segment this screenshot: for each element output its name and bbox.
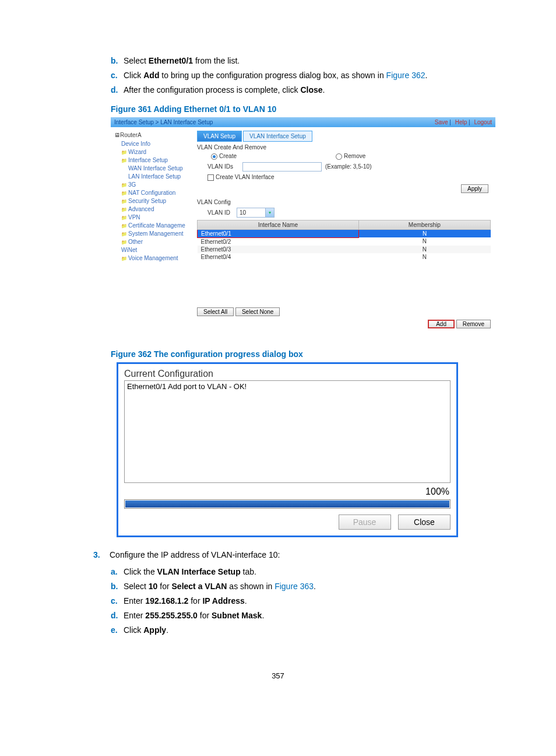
- progress-percent: 100%: [124, 487, 449, 497]
- vlanids-input[interactable]: [242, 162, 322, 172]
- figure-362: Current Configuration Ethernet0/1 Add po…: [117, 362, 458, 537]
- tab-vlan-interface-setup[interactable]: VLAN Interface Setup: [243, 131, 312, 142]
- vlanids-example: (Example: 3,5-10): [325, 163, 371, 170]
- dialog-log: Ethernet0/1 Add port to VLAN - OK!: [124, 380, 451, 483]
- nav-item[interactable]: Advanced: [121, 206, 193, 212]
- help-link[interactable]: Help: [455, 119, 467, 125]
- nav-item[interactable]: Certificate Manageme: [121, 222, 193, 229]
- section-vlan-config: VLAN Config: [197, 199, 491, 205]
- nav-item[interactable]: Security Setup: [121, 198, 193, 204]
- main-panel: VLAN Setup VLAN Interface Setup VLAN Cre…: [195, 127, 495, 333]
- nav-item[interactable]: Wizard: [121, 149, 193, 155]
- substep: d.After the configuration process is com…: [111, 84, 498, 96]
- substep: b.Select Ethernet0/1 from the list.: [111, 55, 498, 67]
- apply-button[interactable]: Apply: [461, 184, 488, 193]
- nav-item[interactable]: Voice Management: [121, 255, 193, 261]
- pause-button[interactable]: Pause: [339, 514, 391, 530]
- nav-item[interactable]: NAT Configuration: [121, 190, 193, 196]
- page-number: 357: [58, 671, 498, 680]
- substep: c.Click Add to bring up the configuratio…: [111, 69, 498, 82]
- chevron-down-icon: ▾: [265, 208, 274, 217]
- substeps-bottom: a.Click the VLAN Interface Setup tab.b.S…: [58, 566, 498, 636]
- col-membership: Membership: [358, 220, 490, 229]
- nav-item[interactable]: 3G: [121, 181, 193, 188]
- create-vlan-interface-checkbox[interactable]: Create VLAN Interface: [207, 174, 275, 181]
- table-row[interactable]: Ethernet0/2N: [198, 237, 491, 246]
- table-row[interactable]: Ethernet0/3N: [198, 246, 491, 253]
- tab-vlan-setup[interactable]: VLAN Setup: [197, 131, 242, 142]
- tabs: VLAN Setup VLAN Interface Setup: [197, 131, 491, 142]
- top-links: Save | Help | Logout: [432, 119, 492, 125]
- substep: a.Click the VLAN Interface Setup tab.: [111, 566, 498, 578]
- step-3: 3. Configure the IP address of VLAN-inte…: [93, 549, 498, 561]
- vlanids-label: VLAN IDs: [207, 163, 242, 170]
- save-link[interactable]: Save: [435, 119, 448, 125]
- substep: e.Click Apply.: [111, 624, 498, 636]
- progress-bar: [124, 499, 451, 509]
- section-create-remove: VLAN Create And Remove: [197, 144, 491, 150]
- select-all-button[interactable]: Select All: [197, 307, 234, 316]
- table-row[interactable]: Ethernet0/1N: [198, 229, 491, 237]
- vlanid-label: VLAN ID: [207, 209, 237, 216]
- nav-item[interactable]: LAN Interface Setup: [128, 173, 193, 180]
- nav-tree: 🖥RouterA Device InfoWizardInterface Setu…: [111, 127, 195, 333]
- select-none-button[interactable]: Select None: [235, 307, 280, 316]
- page: b.Select Ethernet0/1 from the list.c.Cli…: [0, 0, 556, 704]
- logout-link[interactable]: Logout: [474, 119, 492, 125]
- radio-remove[interactable]: Remove: [336, 153, 365, 160]
- dialog-title: Current Configuration: [124, 369, 451, 379]
- nav-item[interactable]: Other: [121, 239, 193, 245]
- table-row[interactable]: Ethernet0/4N: [198, 253, 491, 261]
- substep: d.Enter 255.255.255.0 for Subnet Mask.: [111, 610, 498, 622]
- vlanid-select[interactable]: 10 ▾: [237, 208, 275, 218]
- nav-item[interactable]: VPN: [121, 214, 193, 220]
- radio-create[interactable]: Create: [211, 153, 237, 160]
- figure-361-caption: Figure 361 Adding Ethernet 0/1 to VLAN 1…: [111, 104, 498, 114]
- nav-item[interactable]: Interface Setup: [121, 157, 193, 163]
- nav-item[interactable]: WiNet: [121, 247, 193, 253]
- figure-362-caption: Figure 362 The configuration progress di…: [111, 349, 498, 359]
- breadcrumb-bar: Interface Setup > LAN Interface Setup Sa…: [111, 117, 495, 127]
- col-interface-name: Interface Name: [198, 220, 359, 229]
- substep: c.Enter 192.168.1.2 for IP Address.: [111, 595, 498, 607]
- close-button[interactable]: Close: [398, 514, 451, 530]
- nav-host: 🖥RouterA: [114, 132, 193, 138]
- substeps-top: b.Select Ethernet0/1 from the list.c.Cli…: [58, 55, 498, 96]
- interface-table: Interface Name Membership Ethernet0/1NEt…: [197, 220, 491, 261]
- breadcrumb: Interface Setup > LAN Interface Setup: [114, 119, 213, 125]
- figure-361: Interface Setup > LAN Interface Setup Sa…: [111, 117, 495, 333]
- nav-item[interactable]: WAN Interface Setup: [128, 165, 193, 172]
- remove-button[interactable]: Remove: [456, 320, 491, 328]
- add-button[interactable]: Add: [428, 320, 455, 328]
- nav-item[interactable]: System Management: [121, 230, 193, 237]
- nav-item[interactable]: Device Info: [121, 141, 193, 147]
- substep: b.Select 10 for Select a VLAN as shown i…: [111, 580, 498, 593]
